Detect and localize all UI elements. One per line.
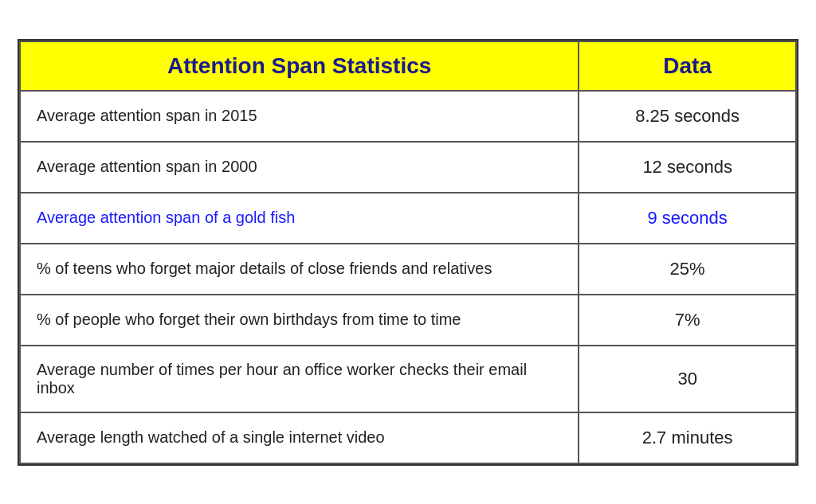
row-value: 8.25 seconds xyxy=(579,91,796,142)
attention-span-table: Attention Span Statistics Data Average a… xyxy=(19,41,797,464)
table-row: Average attention span of a gold fish9 s… xyxy=(20,193,796,244)
row-label: % of people who forget their own birthda… xyxy=(20,295,579,346)
header-col-data: Data xyxy=(579,41,796,91)
row-label: Average attention span of a gold fish xyxy=(20,193,579,244)
row-value: 12 seconds xyxy=(579,142,796,193)
table-row: Average attention span in 20158.25 secon… xyxy=(20,91,796,142)
table-row: Average number of times per hour an offi… xyxy=(20,346,796,412)
row-value: 25% xyxy=(579,244,796,295)
table-row: Average attention span in 200012 seconds xyxy=(20,142,796,193)
row-label: % of teens who forget major details of c… xyxy=(20,244,579,295)
table-row: % of teens who forget major details of c… xyxy=(20,244,796,295)
row-label: Average attention span in 2015 xyxy=(20,91,579,142)
table-row: % of people who forget their own birthda… xyxy=(20,295,796,346)
row-value: 9 seconds xyxy=(579,193,796,244)
table-header-row: Attention Span Statistics Data xyxy=(20,41,796,91)
row-label: Average attention span in 2000 xyxy=(20,142,579,193)
row-value: 7% xyxy=(579,295,796,346)
header-col-statistics: Attention Span Statistics xyxy=(20,41,579,91)
table-row: Average length watched of a single inter… xyxy=(20,412,796,463)
row-label: Average length watched of a single inter… xyxy=(20,412,579,463)
row-label: Average number of times per hour an offi… xyxy=(20,346,579,412)
row-value: 30 xyxy=(579,346,796,412)
row-value: 2.7 minutes xyxy=(579,412,796,463)
stats-table-container: Attention Span Statistics Data Average a… xyxy=(18,39,798,466)
